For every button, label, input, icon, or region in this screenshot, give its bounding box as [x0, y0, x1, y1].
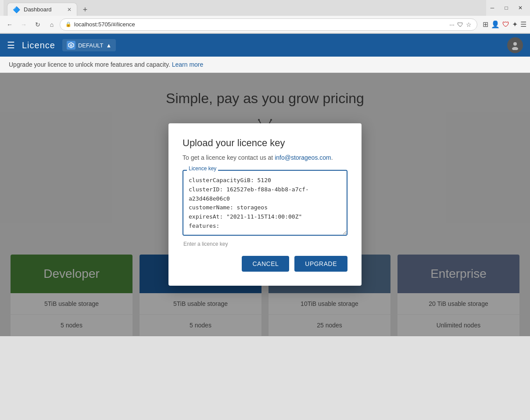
title-bar: 🔷 Dashboard ✕ + ─ □ ✕ [0, 0, 530, 16]
upgrade-button[interactable]: UPGRADE [294, 256, 347, 272]
modal-title: Upload your licence key [183, 137, 347, 149]
url-bar[interactable]: 🔒 localhost:5705/#/licence ··· 🛡 ☆ [60, 18, 477, 31]
app-header: ☰ Licence DEFAULT ▲ [0, 34, 530, 57]
active-tab[interactable]: 🔷 Dashboard ✕ [7, 3, 77, 16]
textarea-hint: Enter a licence key [183, 239, 347, 247]
subtitle-prefix: To get a licence key contact us at [183, 154, 273, 161]
sync-icon[interactable]: 👤 [491, 20, 500, 29]
menu-icon[interactable]: ☰ [520, 20, 526, 29]
shield-icon[interactable]: 🛡 [457, 21, 463, 28]
subtitle-suffix: . [331, 154, 333, 161]
toolbar-icons: ⊞ 👤 🛡 ✦ ☰ [483, 20, 526, 29]
url-text: localhost:5705/#/licence [74, 21, 447, 28]
extensions-icon[interactable]: ⊞ [483, 20, 488, 29]
tab-favicon: 🔷 [13, 6, 20, 13]
cancel-button[interactable]: CANCEL [242, 256, 289, 272]
namespace-selector[interactable]: DEFAULT ▲ [62, 39, 116, 51]
minimize-button[interactable]: ─ [486, 2, 498, 14]
avatar-icon [510, 40, 520, 50]
learn-more-link[interactable]: Learn more [172, 61, 204, 68]
close-button[interactable]: ✕ [514, 2, 526, 14]
browser-chrome: 🔷 Dashboard ✕ + ─ □ ✕ ← → ↻ ⌂ 🔒 localhos… [0, 0, 530, 34]
addon-icon[interactable]: 🛡 [502, 21, 509, 29]
svg-marker-1 [70, 44, 72, 47]
tab-title: Dashboard [24, 6, 52, 13]
textarea-label: Licence key [187, 165, 218, 172]
namespace-label: DEFAULT [78, 42, 104, 49]
extra-icon[interactable]: ✦ [512, 20, 518, 29]
namespace-icon [67, 41, 75, 50]
tab-bar: 🔷 Dashboard ✕ + [4, 0, 486, 16]
window-controls: ─ □ ✕ [486, 2, 526, 14]
browser-nav-icons: ··· 🛡 ☆ [449, 21, 472, 28]
contact-email-link[interactable]: info@storageos.com [275, 154, 331, 161]
nav-bar: ← → ↻ ⌂ 🔒 localhost:5705/#/licence ··· 🛡… [0, 16, 530, 33]
svg-point-3 [512, 47, 518, 50]
new-tab-button[interactable]: + [79, 4, 91, 16]
tab-close-button[interactable]: ✕ [67, 7, 72, 13]
upload-licence-modal: Upload your licence key To get a licence… [168, 123, 362, 286]
notification-text: Upgrade your licence to unlock more feat… [9, 61, 170, 68]
notification-bar: Upgrade your licence to unlock more feat… [0, 57, 530, 73]
back-button[interactable]: ← [4, 18, 16, 31]
namespace-svg-icon [68, 42, 74, 48]
home-button[interactable]: ⌂ [46, 18, 58, 31]
bookmark-icon[interactable]: ☆ [466, 21, 472, 28]
modal-backdrop[interactable]: Upload your licence key To get a licence… [0, 73, 530, 336]
licence-key-input[interactable]: clusterCapacityGiB: 5120 clusterID: 1625… [183, 170, 347, 236]
maximize-button[interactable]: □ [500, 2, 512, 14]
user-avatar[interactable] [507, 37, 523, 53]
hamburger-menu[interactable]: ☰ [7, 40, 15, 50]
app-title: Licence [22, 40, 55, 50]
reload-button[interactable]: ↻ [32, 18, 44, 31]
main-content: Simple, pay as you grow pricing [0, 73, 530, 336]
modal-actions: CANCEL UPGRADE [183, 256, 347, 272]
svg-point-2 [513, 42, 517, 46]
modal-subtitle: To get a licence key contact us at info@… [183, 154, 347, 161]
chevron-down-icon: ▲ [106, 42, 112, 49]
more-options-icon[interactable]: ··· [449, 21, 455, 28]
security-icon: 🔒 [65, 22, 72, 27]
forward-button[interactable]: → [18, 18, 30, 31]
licence-key-field-wrapper: Licence key clusterCapacityGiB: 5120 clu… [183, 170, 347, 237]
